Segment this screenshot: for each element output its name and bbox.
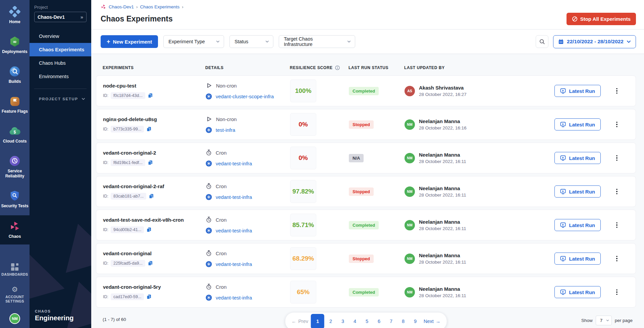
info-icon[interactable] [335,65,340,70]
infra-link[interactable]: vedant-test-infra [216,261,252,267]
copy-icon[interactable] [148,93,153,98]
avatar[interactable]: NM [405,119,415,130]
latest-run-button[interactable]: Latest Run [554,219,601,231]
latest-run-button[interactable]: Latest Run [554,152,601,164]
experiment-id: cad17ed0-59... [111,293,144,300]
infra-link[interactable]: vedant-test-infra [216,228,252,233]
experiment-cell: nginx-pod-delete-u8sg ID: b773c335-99... [103,116,206,132]
sidebar-item-service-reliability[interactable]: Service Reliability [0,152,30,182]
score-cell: 97.82% [290,180,349,203]
latest-run-button[interactable]: Latest Run [554,286,601,298]
experiment-name[interactable]: vedant-cron-original [103,251,206,256]
sidebar-item-home[interactable]: Home [0,3,30,28]
execution-icon [560,289,566,295]
filter-label: Status [234,39,248,44]
nav-item-chaos-experiments[interactable]: Chaos Experiments [30,43,91,56]
page-header: Chaos-Dev1 › Chaos Experiments › Chaos E… [91,0,644,30]
latest-run-button[interactable]: Latest Run [554,185,601,198]
sidebar-item-chaos[interactable]: Chaos [0,215,30,244]
avatar[interactable]: NM [405,254,415,264]
copy-icon[interactable] [146,227,152,232]
sidebar-item-dashboards[interactable]: DASHBOARDS [0,263,30,277]
experiment-name[interactable]: vedant-cron-original-2 [103,150,206,156]
page-button-8[interactable]: 8 [397,314,409,328]
project-selector[interactable]: Chaos-Dev1 » [34,12,87,22]
sidebar-item-deployments[interactable]: ∞ Deployments [0,33,30,58]
prev-page-button[interactable]: ← Prev [289,314,310,328]
sidebar-item-feature-flags[interactable]: Feature Flags [0,92,30,117]
copy-icon[interactable] [146,294,152,299]
user-avatar[interactable]: NM [9,313,20,324]
date-range-picker[interactable]: 22/10/2022 - 28/10/2022 [553,35,636,48]
nav-item-chaos-hubs[interactable]: Chaos Hubs [30,56,91,70]
target-infrastructure-filter[interactable]: Target Chaos Infrastructure [279,35,355,48]
sidebar-item-security-tests[interactable]: Security Tests [0,187,30,212]
copy-icon[interactable] [148,160,153,165]
page-button-2[interactable]: 2 [325,314,336,328]
arrow-right-icon: → [436,319,441,324]
project-setup-toggle[interactable]: PROJECT SETUP [39,97,91,101]
experiment-name[interactable]: vedant-cron-original-2-raf [103,183,206,189]
experiment-type-filter[interactable]: Experiment Type [163,35,224,48]
latest-run-label: Latest Run [569,289,595,295]
infra-link[interactable]: vedant-test-infra [216,194,252,200]
kebab-menu[interactable] [614,220,620,230]
page-button-5[interactable]: 5 [361,314,373,328]
status-cell: N/A [349,154,405,162]
updated-by-cell: NM Neelanjan Manna 28 October 2022, 16:1… [405,286,505,298]
experiment-cell: vedant-test-save-nd-exit-v8h-cron ID: 94… [103,217,206,233]
experiment-id-label: ID: [103,160,108,165]
sidebar-item-account-settings[interactable]: ⚙ ACCOUNT SETTINGS [0,286,30,304]
infra-link[interactable]: vedant-test-infra [216,161,252,166]
next-page-button[interactable]: Next → [422,314,442,328]
stop-all-experiments-button[interactable]: Stop All Experiments [567,13,636,25]
experiment-name[interactable]: vedant-test-save-nd-exit-v8h-cron [103,217,206,223]
experiment-name[interactable]: nginx-pod-delete-u8sg [103,116,206,122]
latest-run-button[interactable]: Latest Run [554,85,601,97]
nav-item-overview[interactable]: Overview [30,30,91,43]
search-button[interactable] [536,35,548,48]
avatar[interactable]: NM [405,220,415,230]
page-button-3[interactable]: 3 [337,314,348,328]
avatar[interactable]: AS [405,86,415,96]
page-button-7[interactable]: 7 [385,314,397,328]
new-experiment-button[interactable]: + New Experiment [101,35,158,48]
infra-link[interactable]: test-infra [216,127,235,133]
kebab-menu[interactable] [614,187,620,197]
kebab-menu[interactable] [614,153,620,163]
latest-run-label: Latest Run [569,222,595,228]
page-button-1[interactable]: 1 [311,314,324,328]
latest-run-button[interactable]: Latest Run [554,253,601,265]
pager: ← Prev 123456789 Next → [285,312,447,328]
svg-text:$: $ [14,130,16,134]
kebab-menu[interactable] [614,120,620,129]
kebab-menu[interactable] [614,254,620,264]
infra-link[interactable]: vedant-test-infra [216,295,252,300]
avatar[interactable]: NM [405,153,415,163]
sidebar-item-cloud-costs[interactable]: $ Cloud Costs [0,122,30,147]
kebab-menu[interactable] [614,86,620,96]
avatar[interactable]: NM [405,287,415,297]
experiment-name[interactable]: vedant-cron-original-5ry [103,284,206,290]
copy-icon[interactable] [148,261,153,266]
sidebar-item-builds[interactable]: Builds [0,62,30,88]
page-button-4[interactable]: 4 [349,314,361,328]
status-filter[interactable]: Status [229,35,273,48]
per-page-select[interactable]: 7 [596,316,612,325]
details-cell: Cron vedant-test-infra [206,283,290,301]
copy-icon[interactable] [146,126,152,132]
latest-run-button[interactable]: Latest Run [554,118,601,130]
breadcrumb-project-link[interactable]: Chaos-Dev1 [109,4,134,9]
breadcrumb-experiments-link[interactable]: Chaos Experiments [140,4,180,9]
feature-flags-icon [10,96,20,107]
kubernetes-icon [206,294,212,301]
page-button-6[interactable]: 6 [373,314,385,328]
nav-item-environments[interactable]: Environments [30,70,91,83]
expand-project-icon[interactable]: » [80,14,83,20]
kebab-menu[interactable] [614,287,620,297]
infra-link[interactable]: vedant-cluster-scope-infra [216,94,274,99]
copy-icon[interactable] [149,194,154,199]
experiment-name[interactable]: node-cpu-test [103,83,206,89]
page-button-9[interactable]: 9 [410,314,421,328]
avatar[interactable]: NM [405,186,415,197]
